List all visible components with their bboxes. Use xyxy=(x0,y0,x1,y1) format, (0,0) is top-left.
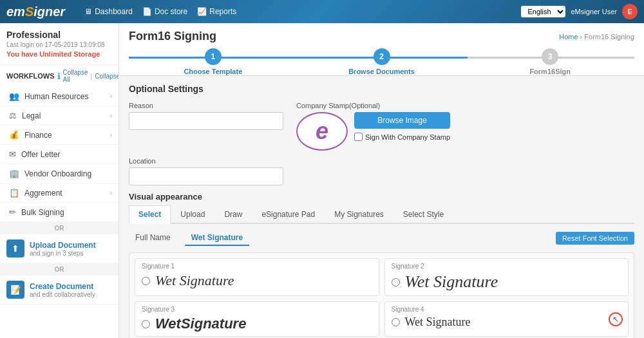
step-3-circle: 3 xyxy=(542,48,558,65)
page-header: Form16 Signing Home › Form16 Signing 1 xyxy=(119,23,644,76)
step-1-label: Choose Template xyxy=(184,68,242,75)
stamp-area: e Browse Image Sign With Company Stamp xyxy=(296,112,634,151)
location-input[interactable] xyxy=(129,167,283,185)
sig-text-2: Wet Signature xyxy=(405,272,498,292)
tab-select-style[interactable]: Select Style xyxy=(393,205,453,224)
create-title: Create Document xyxy=(30,282,95,291)
tab-upload[interactable]: Upload xyxy=(171,205,214,224)
sig-text-3: WetSignature xyxy=(155,315,246,332)
sidebar-item-vendor-label: Vendor Onboarding xyxy=(24,169,91,178)
sidebar-profile: Professional Last login on 17-05-2019 13… xyxy=(0,23,118,65)
upload-sub: and sign in 3 steps xyxy=(30,250,96,257)
content-area: Optional Settings Reason Company Stamp(O… xyxy=(119,76,644,338)
sidebar-item-hr-label: Human Resources xyxy=(24,92,88,101)
step-1-circle: 1 xyxy=(205,48,222,65)
sign-company-checkbox-row: Sign With Company Stamp xyxy=(354,133,450,141)
sidebar-item-bulksigning[interactable]: ✏ Bulk Signing xyxy=(0,203,118,222)
tab-draw[interactable]: Draw xyxy=(214,205,252,224)
nav-reports[interactable]: 📈 Reports xyxy=(197,7,236,16)
nav-docstore-label: Doc store xyxy=(155,7,187,16)
visual-tabs: Select Upload Draw eSignature Pad My Sig… xyxy=(129,205,634,224)
upload-title: Upload Document xyxy=(30,241,96,250)
sidebar-item-offerletter-label: Offer Letter xyxy=(21,150,60,159)
location-group: Location xyxy=(129,157,283,185)
location-label: Location xyxy=(129,157,283,165)
offerletter-icon: ✉ xyxy=(9,149,16,159)
collapse-link[interactable]: Collapse xyxy=(95,73,119,80)
upload-icon: ⬆ xyxy=(6,239,24,258)
browse-image-button[interactable]: Browse Image xyxy=(354,112,450,129)
language-select[interactable]: English xyxy=(521,6,565,17)
sign-company-label: Sign With Company Stamp xyxy=(365,133,450,141)
step-2-circle: 2 xyxy=(374,48,390,65)
sign-company-checkbox[interactable] xyxy=(354,133,363,141)
sig-radio-4[interactable] xyxy=(392,318,400,326)
collapse-all-link[interactable]: Collapse All xyxy=(63,69,88,83)
profile-last-login: Last login on 17-05-2019 13:09:08 xyxy=(6,41,112,48)
sidebar-item-finance[interactable]: 💰 Finance ‹ xyxy=(0,126,118,145)
avatar: E xyxy=(622,4,638,19)
form-row-1: Reason Company Stamp(Optional) e Browse … xyxy=(129,102,634,151)
create-document-action[interactable]: 📝 Create Document and edit collaborative… xyxy=(0,276,118,305)
nav-docstore[interactable]: 📄 Doc store xyxy=(142,7,187,16)
tab-esignature-pad[interactable]: eSignature Pad xyxy=(252,205,325,224)
chevron-icon: ‹ xyxy=(110,112,112,119)
finance-icon: 💰 xyxy=(9,130,19,140)
sig-card-3-label: Signature 3 xyxy=(142,306,372,313)
cursor-arrow-icon: ↖ xyxy=(612,315,619,324)
sig-radio-2[interactable] xyxy=(392,278,400,286)
sig-card-1-content: Wet Signature xyxy=(142,272,372,289)
company-stamp-label: Company Stamp(Optional) xyxy=(296,102,634,109)
logo: emSigner xyxy=(6,5,65,19)
step-1: 1 Choose Template xyxy=(129,48,298,75)
nav-dashboard[interactable]: 🖥 Dashboard xyxy=(84,7,133,16)
hr-icon: 👥 xyxy=(9,91,19,101)
sig-radio-3[interactable] xyxy=(142,320,150,328)
sidebar-item-legal[interactable]: ⚖ Legal ‹ xyxy=(0,106,118,126)
upload-document-action[interactable]: ⬆ Upload Document and sign in 3 steps xyxy=(0,234,118,263)
workflows-label: WORKFLOWS xyxy=(6,72,55,80)
sig-radio-1[interactable] xyxy=(142,277,150,285)
page-title: Form16 Signing xyxy=(129,30,216,43)
stamp-actions: Browse Image Sign With Company Stamp xyxy=(354,112,450,141)
sig-card-4-label: Signature 4 xyxy=(392,306,622,313)
chevron-icon: ‹ xyxy=(110,189,112,196)
user-label: eMsigner User xyxy=(571,8,617,15)
steps: 1 Choose Template 2 Browse Documents 3 xyxy=(129,48,634,75)
sidebar-item-vendoronboarding[interactable]: 🏢 Vendor Onboarding xyxy=(0,164,118,183)
sig-card-2[interactable]: Signature 2 Wet Signature xyxy=(384,258,629,296)
reset-font-button[interactable]: Reset Font Selection xyxy=(556,232,634,245)
legal-icon: ⚖ xyxy=(9,111,17,120)
sig-card-1[interactable]: Signature 1 Wet Signature xyxy=(135,258,379,296)
create-icon: 📝 xyxy=(6,281,24,299)
tab-select[interactable]: Select xyxy=(129,205,171,224)
sidebar: Professional Last login on 17-05-2019 13… xyxy=(0,23,119,338)
sidebar-item-legal-label: Legal xyxy=(22,111,41,120)
main-content: Form16 Signing Home › Form16 Signing 1 xyxy=(119,23,644,338)
reason-label: Reason xyxy=(129,102,283,109)
bulk-icon: ✏ xyxy=(9,207,16,217)
stamp-logo: e xyxy=(316,118,328,145)
sig-card-3[interactable]: Signature 3 WetSignature xyxy=(135,301,379,337)
sig-tab-wetsig[interactable]: Wet Signature xyxy=(185,230,249,246)
reason-input[interactable] xyxy=(129,112,283,130)
cursor-circle: ↖ xyxy=(609,312,623,326)
sidebar-item-hr[interactable]: 👥 Human Resources ‹ xyxy=(0,87,118,106)
sidebar-item-offerletter[interactable]: ✉ Offer Letter xyxy=(0,145,118,164)
tab-my-signatures[interactable]: My Signatures xyxy=(325,205,393,224)
create-sub: and edit collaboratively xyxy=(30,291,95,298)
sig-card-2-content: Wet Signature xyxy=(392,272,622,292)
or-divider-1: OR xyxy=(0,222,118,234)
profile-plan: Professional xyxy=(6,30,112,40)
sidebar-item-aggrement[interactable]: 📋 Aggrement ‹ xyxy=(0,183,118,203)
sig-tab-fullname[interactable]: Full Name xyxy=(129,230,177,246)
form-row-2: Location xyxy=(129,157,634,185)
sidebar-item-aggrement-label: Aggrement xyxy=(24,189,62,198)
step-3-label: Form16Sign xyxy=(529,68,571,75)
nav-reports-label: Reports xyxy=(209,7,236,16)
sig-card-4[interactable]: Signature 4 Wet Signature ↖ xyxy=(384,301,629,337)
sidebar-item-finance-label: Finance xyxy=(24,131,52,140)
breadcrumb-home[interactable]: Home xyxy=(559,33,578,41)
sig-card-4-content: Wet Signature xyxy=(392,315,622,329)
header: emSigner 🖥 Dashboard 📄 Doc store 📈 Repor… xyxy=(0,0,644,23)
